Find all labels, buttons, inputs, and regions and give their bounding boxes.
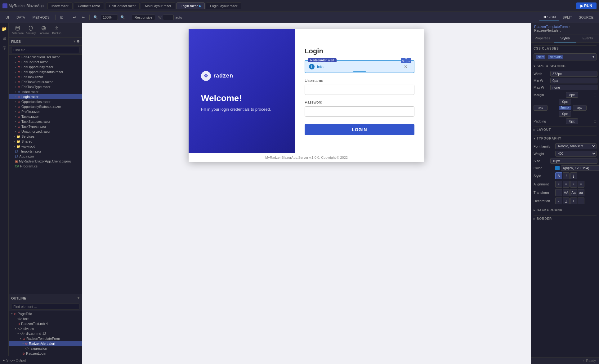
- file-item-edittask[interactable]: ▸ ⊙ EditTask.razor: [9, 74, 82, 79]
- file-item-profile[interactable]: ▸ ⊙ Profile.razor: [9, 109, 82, 114]
- typography-header[interactable]: ▾ TYPOGRAPHY: [534, 135, 597, 141]
- transform-none-btn[interactable]: -: [555, 189, 562, 196]
- responsive-btn[interactable]: Responsive: [132, 15, 155, 20]
- outline-item-radzenalert[interactable]: ▾ ⊙ RadzenAlert.alert: [9, 341, 82, 346]
- ui-tab-btn[interactable]: UI: [2, 15, 12, 20]
- files-add-btn[interactable]: ⊕: [77, 39, 79, 43]
- source-btn[interactable]: SOURCE: [576, 14, 597, 20]
- tab-mainlayout-razor[interactable]: MainLayout.razor: [141, 2, 175, 9]
- zoom-input[interactable]: [101, 15, 118, 20]
- files-icon[interactable]: 📁: [1, 25, 8, 32]
- min-w-input[interactable]: [550, 78, 597, 83]
- max-w-input[interactable]: [550, 85, 597, 90]
- database-tool[interactable]: 🗄 Database: [11, 24, 24, 36]
- alert-component-label[interactable]: RadzenAlert.alert: [308, 58, 337, 62]
- file-item-index[interactable]: ▸ ⊙ Index.razor: [9, 89, 82, 94]
- css-classes-input[interactable]: alert alert-info ▾: [534, 53, 597, 60]
- file-item-edittaskstatus[interactable]: ▸ ⊙ EditTaskStatus.razor: [9, 79, 82, 84]
- file-item-program[interactable]: C# Program.cs: [9, 164, 82, 169]
- padding-copy-icon[interactable]: ⊡: [593, 119, 597, 123]
- size-spacing-header[interactable]: ▾ SIZE & SPACING: [534, 63, 597, 69]
- file-item-editopportunity[interactable]: ▸ ⊙ EditOpportunity.razor: [9, 64, 82, 69]
- file-item-imports[interactable]: @ _Imports.razor: [9, 149, 82, 154]
- file-item-edittasktype[interactable]: ▸ ⊙ EditTaskType.razor: [9, 84, 82, 89]
- components-icon[interactable]: ⊞: [1, 35, 8, 42]
- outline-item-radzentext[interactable]: ⊙ RadzenText.mb-4: [9, 321, 82, 326]
- background-header[interactable]: ▸ BACKGROUND: [534, 207, 597, 213]
- login-button[interactable]: LOGIN: [305, 124, 414, 135]
- file-item-editappuser[interactable]: ▸ ⊙ EditApplicationUser.razor: [9, 55, 82, 60]
- outline-item-expression[interactable]: </> expression: [9, 346, 82, 351]
- transform-lower-btn[interactable]: aa: [578, 189, 584, 196]
- margin-left-input[interactable]: [534, 105, 548, 111]
- methods-tab-btn[interactable]: METHODS: [29, 15, 53, 20]
- tab-styles[interactable]: Styles: [554, 34, 576, 42]
- transform-cap-btn[interactable]: Aa: [570, 189, 577, 196]
- file-item-unauthorized[interactable]: ▸ ⊙ Unauthorized.razor: [9, 129, 82, 134]
- design-btn[interactable]: DESIGN: [539, 14, 559, 20]
- padding-input[interactable]: [566, 118, 578, 124]
- alert-close-btn[interactable]: ✕: [404, 64, 408, 69]
- zoom-in-btn[interactable]: 🔍: [119, 14, 127, 21]
- themes-icon[interactable]: ◎: [1, 44, 8, 51]
- frame-icon-btn[interactable]: ⊡: [58, 14, 65, 21]
- decoration-none-btn[interactable]: -: [555, 198, 562, 204]
- outline-search-input[interactable]: [11, 304, 79, 310]
- margin-bottom-input[interactable]: [559, 111, 571, 117]
- outline-item-pagetitle[interactable]: ▾ ⊙ PageTitle: [9, 311, 82, 316]
- file-item-shared[interactable]: ▸ 📁 Shared: [9, 139, 82, 144]
- password-input[interactable]: [305, 106, 414, 117]
- align-left-btn[interactable]: ≡: [555, 181, 562, 188]
- align-center-btn[interactable]: ≡: [563, 181, 570, 188]
- file-item-tasks[interactable]: ▸ ⊙ Tasks.razor: [9, 114, 82, 119]
- tab-properties[interactable]: Properties: [531, 34, 554, 42]
- tab-loginlayout-razor[interactable]: LoginLayout.razor: [206, 2, 241, 9]
- publish-tool[interactable]: Publish: [50, 24, 63, 36]
- file-item-login[interactable]: ▸ ⊙ Login.razor: [9, 94, 82, 99]
- tab-events[interactable]: Events: [576, 34, 599, 42]
- files-collapse-btn[interactable]: ▾: [74, 39, 75, 43]
- outline-item-divcolmd12[interactable]: ▾ </> div.col-md-12: [9, 331, 82, 336]
- outline-collapse-btn[interactable]: ▾: [78, 296, 79, 300]
- breadcrumb-form-link[interactable]: RadzenTemplateForm: [534, 25, 568, 29]
- data-tab-btn[interactable]: DATA: [13, 15, 28, 20]
- file-item-editcontact[interactable]: ▸ ⊙ EditContact.razor: [9, 60, 82, 64]
- align-right-btn[interactable]: ≡: [570, 181, 577, 188]
- file-item-opportunitystatuses[interactable]: ▸ ⊙ OpportunityStatuses.razor: [9, 104, 82, 109]
- tab-editcontact-razor[interactable]: EditContact.razor: [105, 2, 140, 9]
- tab-login-razor[interactable]: Login.razor: [177, 2, 205, 9]
- weight-select[interactable]: 400: [555, 151, 597, 157]
- bold-btn[interactable]: B: [555, 172, 562, 179]
- security-tool[interactable]: Security: [24, 24, 37, 36]
- outline-item-radzenlogin[interactable]: ⊙ RadzenLogin: [9, 351, 82, 356]
- margin-tag[interactable]: 2em ✕: [559, 106, 571, 110]
- border-header[interactable]: ▸ BORDER: [534, 215, 597, 222]
- outline-item-divrow[interactable]: ▾ </> div.row: [9, 326, 82, 331]
- file-item-csproj[interactable]: ▣ MyRadzenBlazorApp.Client.csproj: [9, 159, 82, 164]
- size-input[interactable]: [550, 158, 597, 164]
- italic-btn[interactable]: I: [563, 172, 570, 179]
- alert-more-btn[interactable]: …: [406, 58, 411, 63]
- zoom-out-btn[interactable]: 🔍: [92, 14, 100, 21]
- layout-header[interactable]: ▸ LAYOUT: [534, 127, 597, 133]
- file-item-wwwroot[interactable]: ▸ 📁 wwwroot: [9, 144, 82, 149]
- run-button[interactable]: ▶ RUN: [576, 2, 597, 9]
- margin-right-input[interactable]: [566, 92, 578, 98]
- font-family-select[interactable]: Roboto, sans-serif: [555, 143, 597, 149]
- decoration-underline-btn[interactable]: T: [563, 198, 570, 204]
- username-input[interactable]: [305, 85, 414, 95]
- align-justify-btn[interactable]: ≡: [578, 181, 584, 188]
- resize-handle[interactable]: [353, 71, 366, 72]
- file-search-input[interactable]: [11, 47, 79, 53]
- color-swatch[interactable]: [555, 166, 560, 170]
- undo-btn[interactable]: ↩: [71, 14, 78, 21]
- split-btn[interactable]: SPLIT: [559, 14, 575, 20]
- file-item-tasktypes[interactable]: ▸ ⊙ TaskTypes.razor: [9, 124, 82, 129]
- css-classes-dropdown-icon[interactable]: ▾: [592, 55, 594, 59]
- width-input[interactable]: [550, 71, 597, 77]
- file-item-editopportunitystatus[interactable]: ▸ ⊙ EditOpportunityStatus.razor: [9, 69, 82, 74]
- margin-top-input[interactable]: [559, 99, 571, 104]
- file-item-services[interactable]: ▸ 📁 Services: [9, 134, 82, 139]
- italic2-btn[interactable]: I: [570, 172, 577, 179]
- tab-index-razor[interactable]: Index.razor: [47, 2, 73, 9]
